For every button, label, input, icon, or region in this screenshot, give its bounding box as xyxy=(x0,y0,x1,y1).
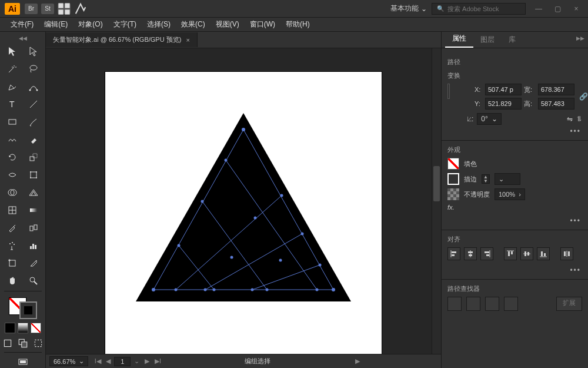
align-right-button[interactable] xyxy=(480,247,493,260)
slice-tool[interactable] xyxy=(24,256,43,271)
scrollbar-thumb[interactable] xyxy=(433,166,440,201)
stroke-weight-stepper[interactable]: ▲▼ xyxy=(482,174,490,184)
search-box[interactable]: 🔍 xyxy=(432,3,526,15)
align-bottom-button[interactable] xyxy=(537,247,550,260)
curvature-tool[interactable] xyxy=(24,79,43,94)
y-input[interactable] xyxy=(485,98,522,110)
blend-tool[interactable] xyxy=(24,220,43,236)
transform-more-options[interactable]: ••• xyxy=(447,125,582,138)
workspace-switcher[interactable]: 基本功能 ⌄ xyxy=(386,2,432,15)
tools-collapse-handle[interactable]: ◀◀ xyxy=(0,35,45,41)
distribute-button[interactable] xyxy=(560,247,573,260)
close-tab-icon[interactable]: × xyxy=(186,37,189,44)
color-mode-solid[interactable] xyxy=(5,323,15,333)
shape-builder-tool[interactable] xyxy=(3,185,22,200)
menu-type[interactable]: 文字(T) xyxy=(109,18,141,31)
width-tool[interactable] xyxy=(3,167,22,183)
pathfinder-intersect-button[interactable] xyxy=(485,297,499,311)
minimize-button[interactable]: — xyxy=(532,5,546,13)
pathfinder-expand-button[interactable]: 扩展 xyxy=(556,297,582,311)
vertical-scrollbar[interactable] xyxy=(432,48,441,354)
flip-horizontal-icon[interactable]: ⇋ xyxy=(567,115,573,123)
paintbrush-tool[interactable] xyxy=(24,114,43,130)
status-play-icon[interactable]: ▶ xyxy=(353,357,362,365)
eraser-tool[interactable] xyxy=(24,132,43,147)
first-artboard-button[interactable]: I◀ xyxy=(93,357,102,365)
screen-mode-icon[interactable] xyxy=(14,356,32,368)
x-input[interactable] xyxy=(485,84,522,95)
align-more-options[interactable]: ••• xyxy=(447,264,582,277)
gradient-tool[interactable] xyxy=(24,203,43,218)
fx-label[interactable]: fx. xyxy=(447,204,455,211)
artboard[interactable] xyxy=(105,72,382,354)
rotate-tool[interactable] xyxy=(3,150,22,165)
eyedropper-tool[interactable] xyxy=(3,220,22,236)
angle-input[interactable]: 0°⌄ xyxy=(477,113,501,125)
link-wh-icon[interactable]: 🔗̸ xyxy=(579,92,588,101)
align-top-button[interactable] xyxy=(504,247,517,260)
stroke-swatch[interactable] xyxy=(19,301,37,319)
align-vcenter-button[interactable] xyxy=(520,247,533,260)
zoom-select[interactable]: 66.67% ⌄ xyxy=(49,356,88,366)
color-mode-gradient[interactable] xyxy=(18,323,28,333)
fill-stroke-swatches[interactable] xyxy=(9,297,37,319)
pathfinder-exclude-button[interactable] xyxy=(504,297,518,311)
direct-selection-tool[interactable] xyxy=(24,44,43,59)
tab-libraries[interactable]: 库 xyxy=(502,32,523,48)
width-input[interactable] xyxy=(538,84,574,95)
prev-artboard-button[interactable]: ◀ xyxy=(103,357,113,365)
column-graph-tool[interactable] xyxy=(24,238,43,253)
stroke-weight-input[interactable]: ⌄ xyxy=(495,173,520,185)
fill-color-swatch[interactable] xyxy=(447,158,459,170)
maximize-button[interactable]: ▢ xyxy=(550,5,564,13)
draw-behind-icon[interactable] xyxy=(16,337,29,350)
artboard-tool[interactable] xyxy=(3,256,22,271)
menu-file[interactable]: 文件(F) xyxy=(6,18,38,31)
mesh-tool[interactable] xyxy=(3,203,22,218)
artwork-triangle[interactable] xyxy=(135,113,352,307)
rectangle-tool[interactable] xyxy=(3,114,22,130)
last-artboard-button[interactable]: ▶I xyxy=(153,357,162,365)
type-tool[interactable]: T xyxy=(3,97,22,112)
magic-wand-tool[interactable] xyxy=(3,61,22,77)
stock-icon[interactable]: St xyxy=(41,4,54,14)
scale-tool[interactable] xyxy=(24,150,43,165)
shaper-tool[interactable] xyxy=(3,132,22,147)
perspective-grid-tool[interactable] xyxy=(24,185,43,200)
tab-layers[interactable]: 图层 xyxy=(473,32,502,48)
draw-normal-icon[interactable] xyxy=(1,337,14,350)
arrange-docs-icon[interactable] xyxy=(58,4,71,14)
hand-tool[interactable] xyxy=(3,273,22,289)
zoom-tool[interactable] xyxy=(24,273,43,289)
gpu-icon[interactable] xyxy=(74,4,87,14)
menu-window[interactable]: 窗口(W) xyxy=(245,18,280,31)
pathfinder-minus-front-button[interactable] xyxy=(466,297,480,311)
artboard-number-field[interactable]: 1 xyxy=(114,357,131,366)
line-tool[interactable] xyxy=(24,97,43,112)
tab-properties[interactable]: 属性 xyxy=(445,31,473,48)
align-left-button[interactable] xyxy=(447,247,460,260)
document-tab[interactable]: 矢量智能对象.ai @ 66.67% (RGB/GPU 预览) × xyxy=(46,32,198,47)
opacity-input[interactable]: 100% › xyxy=(495,188,525,200)
free-transform-tool[interactable] xyxy=(24,167,43,183)
appearance-more-options[interactable]: ••• xyxy=(447,214,582,227)
artboard-nav-dropdown[interactable]: ⌄ xyxy=(132,357,141,365)
symbol-sprayer-tool[interactable] xyxy=(3,238,22,253)
pen-tool[interactable] xyxy=(3,79,22,94)
align-hcenter-button[interactable] xyxy=(464,247,477,260)
canvas[interactable] xyxy=(46,48,441,354)
menu-select[interactable]: 选择(S) xyxy=(142,18,175,31)
stroke-color-swatch[interactable] xyxy=(447,173,459,185)
search-input[interactable] xyxy=(447,5,520,12)
reference-point-selector[interactable] xyxy=(447,84,450,99)
color-mode-none[interactable] xyxy=(31,323,41,333)
panel-collapse-handle[interactable]: ▶▶ xyxy=(576,35,584,41)
menu-object[interactable]: 对象(O) xyxy=(74,18,107,31)
draw-inside-icon[interactable] xyxy=(32,337,45,350)
menu-edit[interactable]: 编辑(E) xyxy=(39,18,72,31)
height-input[interactable] xyxy=(538,98,574,110)
selection-tool[interactable] xyxy=(3,44,22,59)
lasso-tool[interactable] xyxy=(24,61,43,77)
bridge-icon[interactable]: Br xyxy=(25,4,38,14)
menu-effect[interactable]: 效果(C) xyxy=(176,18,210,31)
